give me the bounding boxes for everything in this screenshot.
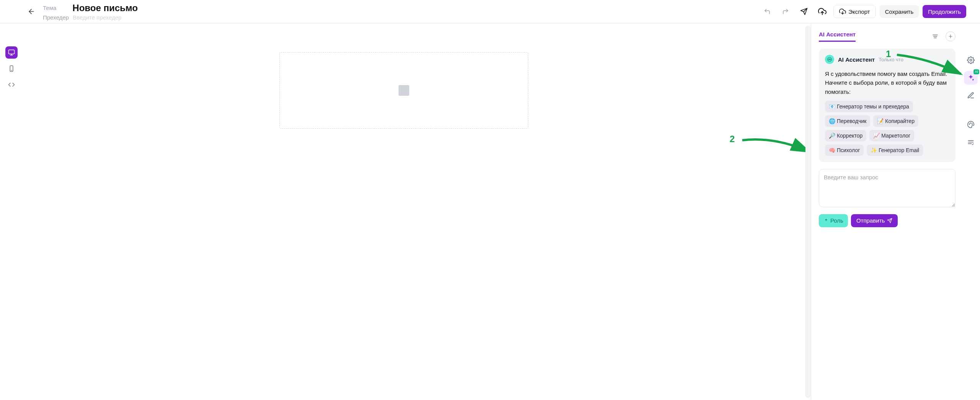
chip-generator-email[interactable]: ✨ Генератор Email [867,144,923,156]
text-style-rail-button[interactable] [964,135,978,149]
ai-prompt-input[interactable] [819,169,956,207]
undo-icon [764,8,771,15]
save-button[interactable]: Сохранить [880,5,919,18]
list-icon [932,33,939,40]
sparkles-icon [967,74,975,82]
drop-zone[interactable] [279,52,528,129]
edit-rail-button[interactable] [964,89,978,102]
redo-button[interactable] [778,4,793,19]
plus-icon [948,34,953,39]
left-rail [0,23,23,400]
ai-tab[interactable]: AI Ассистент [819,31,856,42]
save-label: Сохранить [885,8,914,15]
subject-label: Тема [43,5,56,11]
code-view-button[interactable] [5,79,18,91]
chip-psychologist[interactable]: 🧠 Психолог [825,144,864,156]
ai-panel-header: AI Ассистент [819,31,956,42]
role-button[interactable]: Роль [819,214,848,227]
ai-send-button[interactable]: Отправить [851,214,898,227]
edit-icon [967,92,975,99]
monitor-icon [8,49,15,56]
send-test-button[interactable] [797,4,811,19]
ai-avatar-icon [825,55,834,64]
cloud-upload-icon [818,7,826,16]
ai-message: Я с удовольствием помогу вам создать Ema… [825,69,949,96]
send-icon [800,8,808,15]
app-header: Тема Новое письмо Прехедер Введите прехе… [0,0,980,23]
ai-message-card: AI Ассистент Только что Я с удовольствие… [819,49,956,162]
export-button[interactable]: Экспорт [833,5,875,18]
chip-generator-subject[interactable]: 📧 Генератор темы и прехедера [825,101,913,112]
send-button-label: Отправить [856,217,885,224]
cloud-download-icon [839,8,846,15]
chip-marketer[interactable]: 📈 Маркетолог [869,130,914,141]
title-block: Тема Новое письмо Прехедер Введите прехе… [43,3,753,21]
header-actions: Экспорт Сохранить Продолжить [760,4,966,19]
ai-badge: AI [973,69,979,74]
smartphone-icon [8,65,15,72]
undo-button[interactable] [760,4,774,19]
back-button[interactable] [27,7,36,16]
mobile-view-button[interactable] [5,62,18,75]
continue-button[interactable]: Продолжить [923,5,966,18]
subject-input[interactable]: Новое письмо [72,3,138,13]
canvas-scrollbar[interactable] [805,26,811,398]
preheader-label: Прехедер [43,14,69,21]
canvas-surface [25,52,782,236]
right-rail: AI 1 [962,23,980,400]
gear-icon [967,56,975,64]
cloud-upload-button[interactable] [815,4,830,19]
chip-copywriter[interactable]: 📝 Копирайтер [873,115,918,127]
desktop-view-button[interactable] [5,46,18,59]
panel-add-button[interactable] [946,31,956,41]
chip-translator[interactable]: 🌐 Переводчик [825,115,870,127]
palette-icon [967,121,975,128]
panel-list-button[interactable] [930,31,940,41]
continue-label: Продолжить [928,8,961,15]
ai-footer: Роль Отправить [819,214,956,227]
preheader-input[interactable]: Введите прехедер [73,14,121,21]
send-small-icon [887,218,892,223]
svg-point-17 [969,124,970,125]
redo-icon [782,8,789,15]
ai-rail-button[interactable]: AI 1 [964,71,978,85]
svg-point-16 [970,59,972,61]
canvas-area [23,23,805,236]
main-layout: 2 AI Ассистент [0,23,980,400]
arrow-left-icon [28,8,35,15]
ai-assistant-panel: AI Ассистент AI Ассистент Только что Я с… [811,23,962,400]
svg-point-18 [970,123,971,123]
settings-button[interactable] [964,53,978,67]
ai-name: AI Ассистент [838,56,875,63]
svg-point-13 [828,57,832,62]
svg-rect-3 [9,50,15,54]
sparkle-small-icon [823,218,829,223]
drop-placeholder-icon [399,85,409,96]
export-label: Экспорт [848,8,870,15]
ai-timestamp: Только что [879,57,903,62]
svg-point-19 [972,124,973,125]
code-icon [8,81,15,88]
chip-proofreader[interactable]: 🔎 Корректор [825,130,866,141]
palette-rail-button[interactable] [964,118,978,131]
text-lines-icon [967,138,975,146]
role-chip-list: 📧 Генератор темы и прехедера 🌐 Переводчи… [825,101,949,156]
canvas-wrap: 2 [23,23,805,400]
role-button-label: Роль [830,217,843,224]
